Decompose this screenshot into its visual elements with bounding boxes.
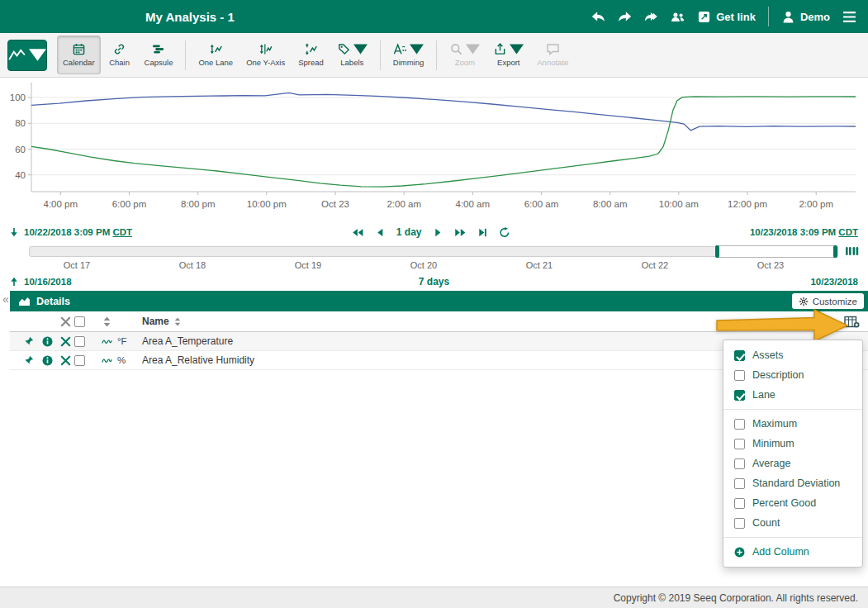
timebar-grip-icon[interactable] <box>845 246 859 256</box>
menu-item-average[interactable]: Average <box>723 454 862 473</box>
timezone-link[interactable]: CDT <box>838 227 858 237</box>
zoom-button[interactable]: Zoom <box>443 36 486 74</box>
remove-icon[interactable] <box>56 355 74 366</box>
menu-item-minimum[interactable]: Minimum <box>723 434 862 454</box>
worksheet-title[interactable]: My Analysis - 1 <box>145 0 235 33</box>
share-forward-icon[interactable] <box>644 11 658 23</box>
user-name-label: Demo <box>800 11 830 23</box>
annotation-arrow-icon <box>715 308 852 343</box>
menu-checkbox-count[interactable] <box>734 518 745 529</box>
menu-checkbox-percent-good[interactable] <box>734 498 745 509</box>
step-forward-icon[interactable] <box>433 228 444 237</box>
user-menu-button[interactable]: Demo <box>781 11 830 23</box>
svg-text:6:00 pm: 6:00 pm <box>112 199 147 209</box>
timebar-selection[interactable] <box>716 245 837 258</box>
svg-text:60: 60 <box>15 145 26 154</box>
one-lane-icon <box>209 43 223 55</box>
trend-icon <box>8 49 26 61</box>
dimming-button[interactable]: Dimming <box>387 36 429 74</box>
menu-item-label: Percent Good <box>752 497 816 509</box>
get-link-button[interactable]: Get link <box>697 11 756 23</box>
view-selector-button[interactable] <box>7 40 47 71</box>
display-range-end[interactable]: 10/23/2018 3:09 PM CDT <box>750 227 858 237</box>
menu-item-count[interactable]: Count <box>723 513 862 533</box>
get-link-icon <box>697 11 711 23</box>
menu-item-standard-deviation[interactable]: Standard Deviation <box>723 473 862 493</box>
redo-icon[interactable] <box>618 11 632 23</box>
collapse-panel-chevron[interactable]: « <box>2 292 9 306</box>
pin-icon[interactable] <box>18 336 38 347</box>
svg-text:8:00 am: 8:00 am <box>593 199 628 209</box>
menu-checkbox-standard-deviation[interactable] <box>734 478 745 489</box>
investigate-start-arrow-icon[interactable] <box>10 277 18 287</box>
display-range-start[interactable]: 10/22/2018 3:09 PM CDT <box>24 227 132 237</box>
menu-checkbox-maximum[interactable] <box>734 419 745 430</box>
selection-right-handle[interactable] <box>833 245 837 258</box>
refresh-icon[interactable] <box>500 227 510 238</box>
toolbar-button-label: One Lane <box>198 58 233 67</box>
toolbar-separator <box>380 40 381 70</box>
calendar-button[interactable]: Calendar <box>57 36 101 74</box>
info-icon[interactable] <box>38 336 56 347</box>
customize-button[interactable]: Customize <box>792 293 864 309</box>
timezone-link[interactable]: CDT <box>112 227 132 237</box>
menu-checkbox-lane[interactable] <box>734 390 745 401</box>
row-checkbox[interactable] <box>74 355 85 366</box>
remove-all-icon[interactable] <box>56 316 74 327</box>
annotate-button[interactable]: Annotate <box>531 36 574 74</box>
toolbar-button-label: Dimming <box>393 58 424 67</box>
step-back-fast-icon[interactable] <box>352 228 363 237</box>
menu-checkbox-minimum[interactable] <box>734 439 745 449</box>
caret-down-icon <box>510 43 524 55</box>
undo-icon[interactable] <box>591 11 605 23</box>
step-back-icon[interactable] <box>374 228 386 237</box>
row-checkbox[interactable] <box>74 336 85 347</box>
timebar-tick-label: Oct 22 <box>642 260 668 270</box>
spread-icon <box>304 43 318 55</box>
capsule-button[interactable]: Capsule <box>139 36 179 74</box>
info-icon[interactable] <box>38 355 56 366</box>
trend-chart[interactable]: 4060801004:00 pm6:00 pm8:00 pm10:00 pmOc… <box>7 79 861 218</box>
sort-name-icon[interactable] <box>174 317 181 326</box>
name-column-header[interactable]: Name <box>142 316 169 327</box>
capsule-icon <box>151 43 165 55</box>
duration-label[interactable]: 1 day <box>396 226 422 238</box>
display-range-end-text: 10/23/2018 3:09 PM <box>750 227 836 237</box>
menu-item-lane[interactable]: Lane <box>723 385 862 405</box>
labels-button[interactable]: Labels <box>331 36 373 74</box>
step-to-now-icon[interactable] <box>477 228 489 237</box>
remove-icon[interactable] <box>56 336 74 347</box>
timebar-track[interactable] <box>29 246 838 257</box>
menu-item-label: Average <box>752 458 790 469</box>
range-start-arrow-icon[interactable] <box>10 227 18 237</box>
menu-item-label: Minimum <box>752 438 794 449</box>
toolbar-button-label: Chain <box>109 58 130 67</box>
hamburger-menu-icon[interactable] <box>842 11 856 23</box>
spread-button[interactable]: Spread <box>292 36 330 74</box>
pin-icon[interactable] <box>18 355 38 366</box>
menu-checkbox-average[interactable] <box>734 458 745 469</box>
selection-left-handle[interactable] <box>715 245 719 258</box>
menu-item-maximum[interactable]: Maximum <box>723 414 862 434</box>
select-all-checkbox[interactable] <box>74 316 85 327</box>
users-icon[interactable] <box>671 11 685 23</box>
svg-text:6:00 am: 6:00 am <box>524 199 559 209</box>
menu-item-add-column[interactable]: Add Column <box>723 542 862 562</box>
investigate-range-start[interactable]: 10/16/2018 <box>24 277 72 287</box>
investigate-range-end[interactable]: 10/23/2018 <box>810 277 858 287</box>
export-button[interactable]: Export <box>487 36 529 74</box>
investigate-duration-label[interactable]: 7 days <box>419 276 449 287</box>
menu-item-percent-good[interactable]: Percent Good <box>723 493 862 513</box>
svg-text:4:00 am: 4:00 am <box>456 199 491 209</box>
one-y-axis-button[interactable]: One Y-Axis <box>240 36 291 74</box>
menu-item-assets[interactable]: Assets <box>723 345 862 365</box>
sort-type-icon[interactable] <box>96 316 117 327</box>
step-forward-fast-icon[interactable] <box>455 228 467 237</box>
menu-checkbox-assets[interactable] <box>734 350 745 361</box>
one-lane-button[interactable]: One Lane <box>192 36 239 74</box>
chain-button[interactable]: Chain <box>102 36 137 74</box>
menu-checkbox-description[interactable] <box>734 370 745 381</box>
menu-item-description[interactable]: Description <box>723 365 862 385</box>
toolbar-button-label: Labels <box>340 58 363 67</box>
chart-grid: 4060801004:00 pm6:00 pm8:00 pm10:00 pmOc… <box>10 83 856 209</box>
